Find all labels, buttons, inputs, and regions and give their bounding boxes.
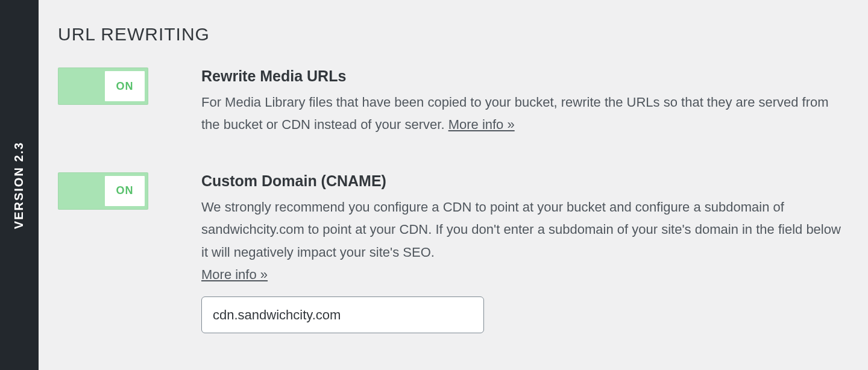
setting-title: Custom Domain (CNAME): [201, 172, 849, 190]
custom-domain-input[interactable]: [201, 296, 484, 333]
version-label: VERSION 2.3: [13, 141, 27, 228]
toggle-custom-domain[interactable]: ON: [58, 172, 148, 210]
version-sidebar: VERSION 2.3: [0, 0, 39, 370]
setting-body: Custom Domain (CNAME) We strongly recomm…: [201, 172, 849, 334]
more-info-link[interactable]: More info »: [448, 117, 515, 132]
toggle-rewrite-media-urls[interactable]: ON: [58, 67, 148, 105]
setting-description: For Media Library files that have been c…: [201, 91, 849, 136]
setting-row-custom-domain: ON Custom Domain (CNAME) We strongly rec…: [58, 172, 849, 334]
description-text: We strongly recommend you configure a CD…: [201, 199, 841, 260]
content-area: URL REWRITING ON Rewrite Media URLs For …: [39, 0, 868, 370]
toggle-state-label: ON: [105, 71, 145, 101]
setting-title: Rewrite Media URLs: [201, 67, 849, 85]
setting-body: Rewrite Media URLs For Media Library fil…: [201, 67, 849, 136]
toggle-state-label: ON: [105, 176, 145, 206]
setting-description: We strongly recommend you configure a CD…: [201, 196, 849, 286]
setting-row-rewrite-media: ON Rewrite Media URLs For Media Library …: [58, 67, 849, 136]
more-info-link[interactable]: More info »: [201, 267, 268, 282]
description-text: For Media Library files that have been c…: [201, 95, 829, 132]
section-title: URL REWRITING: [58, 24, 849, 45]
